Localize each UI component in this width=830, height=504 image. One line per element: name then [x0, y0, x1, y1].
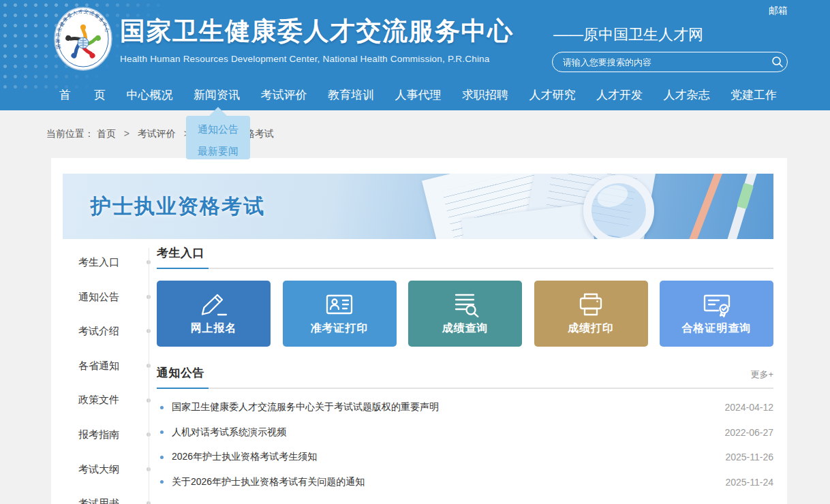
search-box[interactable] — [552, 52, 788, 72]
breadcrumb-label: 当前位置： — [46, 128, 94, 139]
notice-item: 国家卫生健康委人才交流服务中心关于考试试题版权的重要声明 2024-04-12 — [157, 395, 773, 420]
score-print-button[interactable]: 成绩打印 — [534, 281, 648, 347]
online-registration-button[interactable]: 网上报名 — [157, 281, 271, 347]
dropdown-item-notices[interactable]: 通知公告 — [186, 121, 250, 138]
pencil-decoration — [687, 174, 724, 239]
notice-date: 2022-06-27 — [724, 427, 773, 438]
section-rule — [157, 388, 773, 389]
certificate-query-button[interactable]: 合格证明查询 — [660, 281, 773, 347]
site-title: 国家卫生健康委人才交流服务中心 — [120, 14, 514, 48]
printer-icon — [575, 292, 606, 317]
section-title-notices: 通知公告 — [157, 365, 204, 381]
admission-ticket-print-button[interactable]: 准考证打印 — [283, 281, 397, 347]
notice-list: 国家卫生健康委人才交流服务中心关于考试试题版权的重要声明 2024-04-12 … — [157, 395, 773, 494]
sidebar-item-policy-documents[interactable]: 政策文件 — [51, 383, 149, 418]
nav-item-center-overview[interactable]: 中心概况 — [127, 87, 173, 103]
content-row: 考生入口 通知公告 考试介绍 各省通知 政策文件 报考指南 考试大纲 考试用书 … — [51, 245, 787, 504]
search-icon[interactable] — [768, 52, 787, 72]
site-subtitle-en: Health Human Resources Development Cente… — [120, 54, 514, 64]
nav-item-home[interactable]: 首 页 — [59, 87, 106, 103]
bullet-icon — [160, 406, 164, 409]
site-header: 邮箱 国家卫生健康委人才交流服务中心 — [0, 0, 830, 110]
notice-item: 人机对话考试系统演示视频 2022-06-27 — [157, 420, 773, 445]
nav-item-news[interactable]: 新闻资讯 — [194, 87, 240, 103]
nav-item-talent-magazine[interactable]: 人才杂志 — [664, 87, 710, 103]
exam-banner: 护士执业资格考试 — [63, 174, 773, 239]
notice-link[interactable]: 关于2026年护士执业资格考试有关问题的通知 — [172, 476, 711, 488]
breadcrumb-home[interactable]: 首页 — [97, 128, 116, 139]
nav-item-education-training[interactable]: 教育培训 — [328, 87, 374, 103]
document-search-icon — [450, 292, 481, 317]
notice-date: 2024-04-12 — [724, 402, 773, 413]
nav-item-talent-development[interactable]: 人才开发 — [596, 87, 643, 103]
breadcrumb-exam-evaluation[interactable]: 考试评价 — [138, 128, 176, 139]
notice-link[interactable]: 人机对话考试系统演示视频 — [172, 426, 711, 439]
entry-button-label: 合格证明查询 — [682, 321, 752, 336]
breadcrumb-bar: 当前位置： 首页 > 考试评价 > 护士执业资格考试 — [0, 110, 830, 158]
score-query-button[interactable]: 成绩查询 — [408, 281, 522, 347]
mailbox-link[interactable]: 邮箱 — [769, 5, 788, 17]
notice-item: 关于2026年护士执业资格考试有关问题的通知 2025-11-24 — [157, 470, 773, 495]
site-logo: 国家卫生健康委人才交流服务中心 — [53, 6, 113, 72]
sidebar-item-provincial-notices[interactable]: 各省通知 — [51, 349, 149, 383]
pencil-icon — [198, 292, 230, 317]
nav-item-job-recruitment[interactable]: 求职招聘 — [462, 87, 508, 103]
sidebar-item-application-guide[interactable]: 报考指南 — [51, 418, 149, 452]
notice-item: 2026年护士执业资格考试考生须知 2025-11-26 — [157, 445, 773, 470]
notice-link[interactable]: 国家卫生健康委人才交流服务中心关于考试试题版权的重要声明 — [172, 401, 711, 413]
news-dropdown-menu: 通知公告 最新要闻 — [186, 116, 250, 159]
entry-buttons: 网上报名 准考证打印 — [157, 281, 773, 347]
breadcrumb-separator: > — [124, 128, 129, 139]
bullet-icon — [160, 480, 164, 484]
section-rule — [157, 268, 773, 269]
search-input[interactable] — [553, 57, 768, 67]
sidebar-divider — [149, 248, 149, 504]
nav-item-talent-research[interactable]: 人才研究 — [529, 87, 576, 103]
dropdown-arrow-icon — [209, 107, 227, 116]
banner-title: 护士执业资格考试 — [91, 193, 265, 221]
certificate-icon — [701, 292, 733, 317]
entry-button-label: 准考证打印 — [311, 321, 369, 336]
sidebar-item-candidate-entry[interactable]: 考生入口 — [51, 245, 149, 280]
sidebar-item-notices[interactable]: 通知公告 — [51, 280, 149, 315]
entry-button-label: 网上报名 — [191, 321, 237, 336]
sidebar-item-exam-introduction[interactable]: 考试介绍 — [51, 314, 149, 349]
notice-link[interactable]: 2026年护士执业资格考试考生须知 — [172, 451, 711, 463]
id-card-icon — [324, 292, 355, 317]
brand: 国家卫生健康委人才交流服务中心 国家卫生健康委人才交流服务中心 Health H… — [53, 6, 514, 72]
sidebar: 考生入口 通知公告 考试介绍 各省通知 政策文件 报考指南 考试大纲 考试用书 — [51, 245, 149, 504]
notice-date: 2025-11-24 — [725, 477, 773, 488]
pen-decoration — [724, 174, 760, 239]
brand-text: 国家卫生健康委人才交流服务中心 Health Human Resources D… — [120, 14, 514, 64]
entry-button-label: 成绩查询 — [442, 321, 489, 336]
dropdown-item-latest-news[interactable]: 最新要闻 — [186, 142, 250, 159]
site-alias: ——原中国卫生人才网 — [553, 25, 703, 45]
nav-item-exam-evaluation[interactable]: 考试评价 — [261, 87, 307, 103]
bullet-icon — [160, 430, 164, 434]
nav-item-party-building[interactable]: 党建工作 — [731, 87, 777, 103]
notice-date: 2025-11-26 — [725, 452, 773, 462]
content-card: 护士执业资格考试 考生入口 通知公告 考试介绍 各省通知 政策文件 报考指南 考… — [51, 158, 787, 504]
sidebar-item-exam-syllabus[interactable]: 考试大纲 — [51, 452, 149, 487]
sidebar-item-exam-books[interactable]: 考试用书 — [51, 486, 149, 504]
more-link[interactable]: 更多+ — [750, 368, 773, 381]
main-column: 考生入口 网上报名 — [157, 245, 773, 494]
section-title-candidate-entry: 考生入口 — [157, 245, 204, 261]
nav-item-personnel-agency[interactable]: 人事代理 — [395, 87, 442, 103]
main-nav: 首 页 中心概况 新闻资讯 考试评价 教育培训 人事代理 求职招聘 人才研究 人… — [59, 87, 777, 103]
bullet-icon — [160, 456, 164, 459]
entry-button-label: 成绩打印 — [568, 321, 614, 336]
page: 邮箱 国家卫生健康委人才交流服务中心 — [0, 0, 830, 504]
